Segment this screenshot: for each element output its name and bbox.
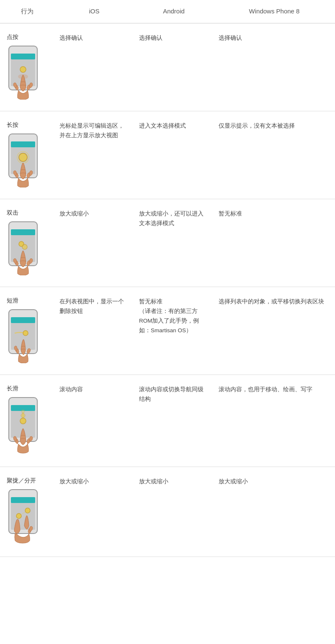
gesture-illustration-scroll <box>7 397 44 457</box>
svg-rect-7 <box>11 141 35 147</box>
android-text-pinch: 放大或缩小 <box>139 477 209 487</box>
header-action: 行为 <box>0 4 54 19</box>
cell-ios-pinch: 放大或缩小 <box>54 474 134 550</box>
header-android: Android <box>134 4 214 19</box>
action-label-scroll: 长滑 <box>7 385 18 393</box>
table-row-swipe: 短滑 在列表视图中，显示一个删除按钮 <box>0 287 335 375</box>
android-text-tap: 选择确认 <box>139 33 209 43</box>
cell-action-long-press: 长按 <box>0 118 54 192</box>
cell-android-pinch: 放大或缩小 <box>134 474 214 550</box>
cell-android-tap: 选择确认 <box>134 30 214 104</box>
table-header: 行为 iOS Android Windows Phone 8 <box>0 0 335 23</box>
android-text-swipe: 暂无标准（译者注：有的第三方ROM加入了此手势，例如：Smartisan OS） <box>139 297 209 336</box>
table-row-double-tap: 双击 放大或缩小 <box>0 199 335 287</box>
gesture-illustration-tap <box>7 45 44 101</box>
cell-android-scroll: 滚动内容或切换导航同级结构 <box>134 382 214 460</box>
cell-action-scroll: 长滑 <box>0 382 54 460</box>
windows-text-scroll: 滚动内容，也用于移动、绘画、写字 <box>219 385 330 395</box>
ios-text-scroll: 滚动内容 <box>59 385 129 395</box>
ios-text-double-tap: 放大或缩小 <box>59 209 129 219</box>
svg-point-14 <box>22 244 27 249</box>
windows-text-long-press: 仅显示提示，没有文本被选择 <box>219 121 330 131</box>
svg-point-23 <box>21 413 25 418</box>
cell-action-double-tap: 双击 <box>0 206 54 280</box>
svg-rect-12 <box>11 229 35 235</box>
cell-windows-tap: 选择确认 <box>214 30 335 104</box>
windows-text-swipe: 选择列表中的对象，或平移切换列表区块 <box>219 297 330 307</box>
cell-action-tap: 点按 <box>0 30 54 104</box>
svg-point-18 <box>23 331 28 336</box>
cell-windows-long-press: 仅显示提示，没有文本被选择 <box>214 118 335 192</box>
action-label-swipe: 短滑 <box>7 297 18 305</box>
svg-point-3 <box>20 67 26 72</box>
windows-text-tap: 选择确认 <box>219 33 330 43</box>
ios-text-swipe: 在列表视图中，显示一个删除按钮 <box>59 297 129 316</box>
gesture-illustration-double-tap <box>7 221 44 277</box>
table-row-scroll: 长滑 <box>0 375 335 467</box>
cell-action-swipe: 短滑 <box>0 294 54 368</box>
svg-point-24 <box>21 410 25 413</box>
ios-text-pinch: 放大或缩小 <box>59 477 129 487</box>
cell-ios-scroll: 滚动内容 <box>54 382 134 460</box>
table-row-tap: 点按 <box>0 23 335 111</box>
comparison-table: 行为 iOS Android Windows Phone 8 点按 <box>0 0 335 557</box>
gesture-illustration-pinch <box>7 489 46 547</box>
cell-windows-pinch: 放大或缩小 <box>214 474 335 550</box>
action-label-long-press: 长按 <box>7 121 18 129</box>
table-row-pinch: 聚拢／分开 <box>0 467 335 557</box>
cell-ios-tap: 选择确认 <box>54 30 134 104</box>
header-windows: Windows Phone 8 <box>214 4 335 19</box>
cell-android-double-tap: 放大或缩小，还可以进入文本选择模式 <box>134 206 214 280</box>
svg-point-22 <box>20 418 26 424</box>
svg-rect-2 <box>11 54 35 59</box>
cell-ios-swipe: 在列表视图中，显示一个删除按钮 <box>54 294 134 368</box>
gesture-illustration-long-press <box>7 133 44 189</box>
windows-text-pinch: 放大或缩小 <box>219 477 330 487</box>
svg-point-8 <box>19 153 27 162</box>
cell-ios-double-tap: 放大或缩小 <box>54 206 134 280</box>
cell-android-swipe: 暂无标准（译者注：有的第三方ROM加入了此手势，例如：Smartisan OS） <box>134 294 214 368</box>
ios-text-tap: 选择确认 <box>59 33 129 43</box>
android-text-long-press: 进入文本选择模式 <box>139 121 209 131</box>
action-label-tap: 点按 <box>7 33 18 41</box>
cell-windows-swipe: 选择列表中的对象，或平移切换列表区块 <box>214 294 335 368</box>
svg-rect-27 <box>11 497 35 503</box>
table-row-long-press: 长按 光标处显示可编辑选区，并在 <box>0 111 335 199</box>
gesture-illustration-swipe <box>7 309 44 364</box>
svg-rect-17 <box>11 317 35 323</box>
ios-text-long-press: 光标处显示可编辑选区，并在上方显示放大视图 <box>59 121 129 141</box>
cell-windows-scroll: 滚动内容，也用于移动、绘画、写字 <box>214 382 335 460</box>
cell-android-long-press: 进入文本选择模式 <box>134 118 214 192</box>
android-text-double-tap: 放大或缩小，还可以进入文本选择模式 <box>139 209 209 228</box>
action-label-pinch: 聚拢／分开 <box>7 477 36 485</box>
table-body: 点按 <box>0 23 335 557</box>
cell-ios-long-press: 光标处显示可编辑选区，并在上方显示放大视图 <box>54 118 134 192</box>
cell-windows-double-tap: 暂无标准 <box>214 206 335 280</box>
action-label-double-tap: 双击 <box>7 209 18 217</box>
android-text-scroll: 滚动内容或切换导航同级结构 <box>139 385 209 404</box>
cell-action-pinch: 聚拢／分开 <box>0 474 54 550</box>
header-ios: iOS <box>54 4 134 19</box>
windows-text-double-tap: 暂无标准 <box>219 209 330 219</box>
